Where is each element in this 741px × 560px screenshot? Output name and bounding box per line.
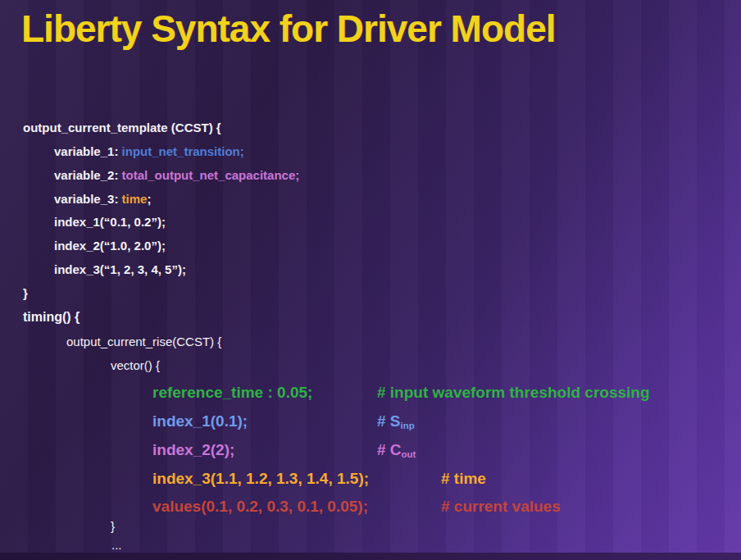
code-segment: time	[122, 192, 148, 206]
code-segment: ;	[147, 192, 151, 206]
code-segment: values(0.1, 0.2, 0.3, 0.1, 0.05);	[152, 498, 441, 516]
code-segment: input_net_transition;	[122, 144, 244, 158]
code-segment: # time	[441, 470, 486, 487]
code-segment: # C	[377, 441, 402, 458]
code-segment: total_output_net_capacitance;	[122, 168, 300, 182]
code-segment: inp	[401, 421, 415, 430]
code-segment: index_3(“1, 2, 3, 4, 5”);	[54, 262, 186, 276]
line-timing-open: timing() {	[23, 310, 80, 325]
line-output-current-rise-open: output_current_rise(CCST) {	[66, 335, 221, 348]
code-block: output_current_template (CCST) {variable…	[0, 0, 741, 560]
code-segment: ...	[111, 538, 122, 552]
code-segment: index_2(“1.0, 2.0”);	[54, 239, 166, 253]
line-ellipsis: ...	[111, 538, 122, 552]
slide-background: Liberty Syntax for Driver Model output_c…	[0, 0, 741, 560]
code-segment: output_current_rise(CCST) {	[66, 335, 221, 348]
line-variable-1: variable_1: input_net_transition;	[54, 144, 244, 158]
code-segment: variable_2:	[54, 168, 122, 182]
line-variable-2: variable_2: total_output_net_capacitance…	[54, 168, 299, 182]
line-vector-open: vector() {	[111, 358, 160, 372]
code-segment: index_1(0.1);	[152, 412, 377, 430]
code-segment: }	[23, 286, 28, 300]
line-vector-values: values(0.1, 0.2, 0.3, 0.1, 0.05);# curre…	[152, 498, 561, 516]
code-segment: # S	[377, 412, 401, 430]
code-segment: variable_1:	[54, 144, 122, 158]
code-segment: output_current_template (CCST) {	[23, 121, 221, 134]
line-template-close: }	[23, 286, 28, 300]
line-index-3: index_3(“1, 2, 3, 4, 5”);	[54, 262, 186, 276]
line-variable-3: variable_3: time;	[54, 192, 151, 206]
line-vector-close: }	[111, 519, 115, 533]
line-index-2: index_2(“1.0, 2.0”);	[54, 239, 166, 253]
code-segment: variable_3:	[54, 192, 122, 206]
line-index-1: index_1(“0.1, 0.2”);	[54, 215, 166, 229]
bottom-edge-bar	[0, 553, 741, 560]
line-template-open: output_current_template (CCST) {	[23, 121, 221, 134]
code-segment: vector() {	[111, 358, 160, 372]
line-vector-index-2: index_2(2);# Cout	[152, 441, 416, 459]
code-segment: reference_time : 0.05;	[152, 384, 377, 402]
code-segment: }	[111, 519, 115, 533]
code-segment: index_2(2);	[152, 441, 377, 459]
code-segment: index_3(1.1, 1.2, 1.3, 1.4, 1.5);	[152, 470, 441, 488]
code-segment: # current values	[441, 498, 561, 515]
line-vector-index-1: index_1(0.1);# Sinp	[152, 412, 415, 430]
line-vector-index-3: index_3(1.1, 1.2, 1.3, 1.4, 1.5);# time	[152, 470, 486, 488]
line-reference-time: reference_time : 0.05;# input waveform t…	[152, 384, 650, 402]
code-segment: index_1(“0.1, 0.2”);	[54, 215, 166, 229]
code-segment: # input waveform threshold crossing	[377, 384, 650, 401]
code-segment: out	[402, 449, 416, 459]
code-segment: timing() {	[23, 310, 80, 324]
